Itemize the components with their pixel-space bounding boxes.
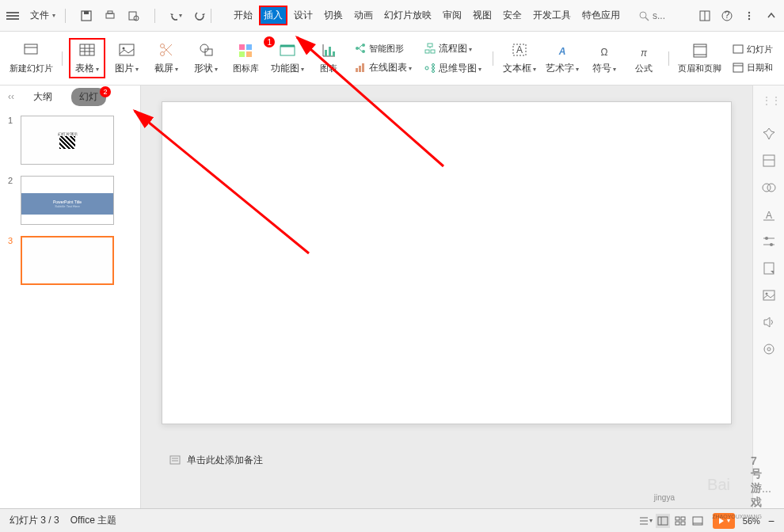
tab-security[interactable]: 安全 bbox=[498, 6, 527, 25]
svg-rect-91 bbox=[676, 517, 679, 520]
collapse-panel-icon[interactable]: ‹‹ bbox=[8, 91, 14, 102]
thumb[interactable] bbox=[21, 236, 114, 285]
chart-button[interactable]: 图表 bbox=[310, 40, 347, 76]
tab-animation[interactable]: 动画 bbox=[349, 6, 378, 25]
textbox-button[interactable]: A 文本框▾ bbox=[500, 40, 539, 77]
tab-design[interactable]: 设计 bbox=[289, 6, 318, 25]
svg-point-6 bbox=[640, 12, 646, 18]
svg-text:Ω: Ω bbox=[600, 47, 607, 58]
svg-point-14 bbox=[748, 17, 750, 19]
mindmap-icon bbox=[424, 63, 436, 74]
svg-rect-22 bbox=[120, 44, 134, 55]
redo-icon[interactable] bbox=[193, 10, 206, 22]
design-panel-icon[interactable] bbox=[762, 127, 776, 141]
more-icon[interactable] bbox=[743, 10, 755, 22]
mindmap-button[interactable]: 思维导图▾ bbox=[420, 59, 486, 78]
svg-rect-1 bbox=[84, 11, 89, 14]
shapes-button[interactable]: 形状▾ bbox=[188, 40, 224, 77]
svg-point-54 bbox=[432, 64, 434, 66]
symbol-button[interactable]: Ω 符号▾ bbox=[586, 40, 622, 77]
flowchart-button[interactable]: 流程图▾ bbox=[420, 40, 486, 58]
tab-view[interactable]: 视图 bbox=[468, 6, 497, 25]
note-panel-icon[interactable] bbox=[762, 261, 776, 276]
header-footer-icon bbox=[691, 42, 709, 59]
app-icon[interactable] bbox=[698, 10, 711, 22]
svg-text:π: π bbox=[641, 48, 648, 59]
file-menu[interactable]: 文件 ▾ bbox=[25, 6, 60, 25]
save-icon[interactable] bbox=[80, 10, 93, 22]
layout-panel-icon[interactable] bbox=[762, 154, 776, 168]
tab-devtools[interactable]: 开发工具 bbox=[528, 6, 576, 25]
svg-rect-15 bbox=[25, 44, 37, 54]
equation-button[interactable]: π 公式 bbox=[626, 40, 662, 76]
hamburger-menu[interactable] bbox=[6, 12, 19, 20]
svg-point-83 bbox=[765, 293, 767, 295]
divider bbox=[154, 9, 155, 23]
svg-point-78 bbox=[765, 237, 768, 240]
slide-num-button[interactable]: 幻灯片 bbox=[728, 41, 778, 58]
sound-panel-icon[interactable] bbox=[762, 315, 776, 329]
datetime-button[interactable]: 日期和 bbox=[728, 59, 778, 76]
help-icon[interactable]: ? bbox=[721, 10, 733, 22]
svg-text:?: ? bbox=[725, 10, 730, 21]
adjust-panel-icon[interactable] bbox=[762, 234, 776, 249]
search-icon bbox=[638, 10, 649, 21]
wordart-icon: A bbox=[554, 41, 571, 59]
symbol-icon: Ω bbox=[596, 41, 613, 59]
collapse-icon[interactable] bbox=[765, 10, 778, 22]
tab-insert[interactable]: 插入 bbox=[259, 6, 287, 25]
icons-button[interactable]: 图标库 bbox=[227, 40, 264, 76]
svg-rect-68 bbox=[170, 456, 180, 464]
reading-view-icon[interactable] bbox=[691, 514, 705, 528]
text-panel-icon[interactable]: A bbox=[762, 207, 776, 222]
drag-handle-icon[interactable]: ⋮⋮ bbox=[762, 95, 776, 109]
svg-rect-66 bbox=[733, 63, 743, 72]
thumb[interactable]: 幻灯片演示 bbox=[21, 116, 114, 165]
thumb[interactable]: PowerPoint TitleSubtitle Text Here bbox=[21, 176, 114, 225]
thumb-item[interactable]: 1 幻灯片演示 bbox=[8, 116, 132, 165]
svg-rect-94 bbox=[681, 522, 685, 525]
image-panel-icon[interactable] bbox=[762, 288, 776, 302]
panel-tab-slides[interactable]: 幻灯 2 bbox=[71, 88, 106, 106]
print-icon[interactable] bbox=[104, 10, 116, 22]
svg-point-23 bbox=[123, 48, 125, 50]
objects-panel-icon[interactable] bbox=[762, 180, 776, 195]
slide-canvas[interactable] bbox=[162, 101, 732, 424]
online-chart-button[interactable]: 在线图表▾ bbox=[350, 59, 417, 77]
tab-review[interactable]: 审阅 bbox=[438, 6, 466, 25]
tab-featured[interactable]: 特色应用 bbox=[577, 6, 625, 25]
tab-transition[interactable]: 切换 bbox=[319, 6, 348, 25]
notes-input[interactable]: 单击此处添加备注 bbox=[157, 450, 736, 470]
thumb-num: 1 bbox=[8, 116, 16, 165]
tab-start[interactable]: 开始 bbox=[229, 6, 257, 25]
svg-point-80 bbox=[770, 243, 773, 246]
smartart-button[interactable]: 智能图形 bbox=[350, 40, 417, 57]
tab-slideshow[interactable]: 幻灯片放映 bbox=[379, 6, 436, 25]
thumb-item[interactable]: 2 PowerPoint TitleSubtitle Text Here bbox=[8, 176, 132, 225]
zoom-out-button[interactable]: − bbox=[768, 515, 774, 527]
settings-panel-icon[interactable] bbox=[762, 342, 776, 356]
view-menu-icon[interactable]: ▾ bbox=[638, 514, 653, 528]
wordart-button[interactable]: A 艺术字▾ bbox=[542, 40, 582, 77]
panel-tab-outline[interactable]: 大纲 bbox=[25, 88, 60, 106]
svg-point-25 bbox=[161, 52, 165, 56]
new-slide-button[interactable]: 新建幻灯片 bbox=[6, 40, 55, 76]
svg-point-73 bbox=[763, 184, 771, 192]
svg-point-84 bbox=[764, 344, 774, 354]
search-box[interactable] bbox=[634, 9, 689, 23]
svg-rect-3 bbox=[108, 11, 112, 13]
screenshot-button[interactable]: 截屏▾ bbox=[148, 40, 185, 77]
funcimg-button[interactable]: 1 功能图▾ bbox=[267, 40, 306, 77]
sorter-view-icon[interactable] bbox=[673, 514, 687, 528]
svg-rect-17 bbox=[80, 44, 94, 55]
undo-icon[interactable]: ▾ bbox=[169, 10, 182, 22]
more-panel-icon[interactable]: ⋯ bbox=[762, 486, 776, 500]
normal-view-icon[interactable] bbox=[656, 514, 670, 528]
picture-button[interactable]: 图片▾ bbox=[108, 40, 145, 77]
table-button[interactable]: 表格▾ bbox=[69, 38, 105, 78]
svg-rect-29 bbox=[205, 49, 212, 55]
header-footer-button[interactable]: 页眉和页脚 bbox=[676, 40, 725, 76]
print-preview-icon[interactable] bbox=[127, 10, 140, 22]
search-input[interactable] bbox=[653, 10, 684, 21]
thumb-item[interactable]: 3 bbox=[8, 236, 132, 285]
